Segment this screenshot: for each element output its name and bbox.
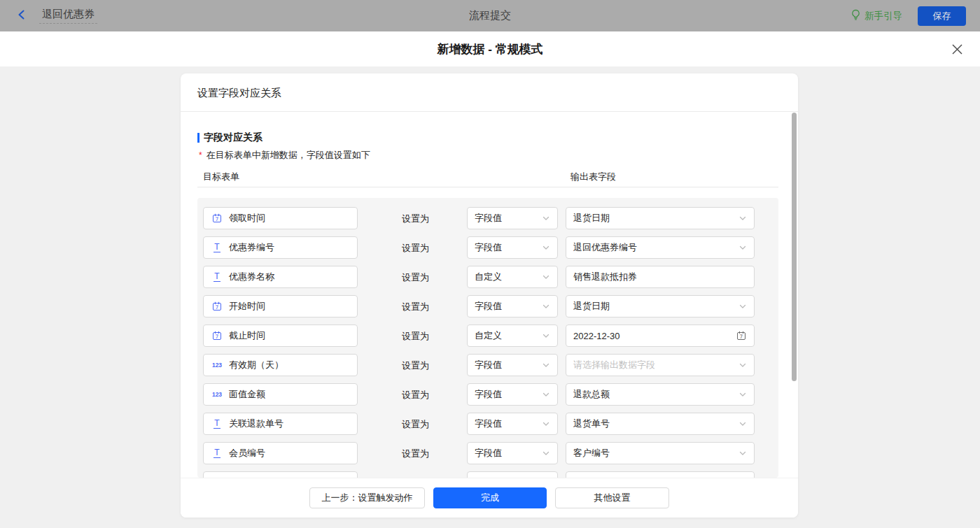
target-field-box: 123面值金额 (203, 383, 358, 406)
target-field-box: 7领取时间 (203, 207, 358, 229)
calendar-icon: 7 (211, 213, 223, 224)
value-type-select[interactable]: 自定义 (467, 266, 558, 288)
output-field-select[interactable]: 退回优惠券编号 (566, 236, 755, 259)
chevron-down-icon (738, 243, 747, 252)
chevron-down-icon (542, 390, 550, 399)
target-field-label: 截止时间 (229, 329, 265, 342)
chevron-down-icon (542, 449, 550, 457)
value-type-select[interactable]: 字段值 (467, 295, 558, 317)
chevron-down-icon (542, 273, 550, 281)
output-custom-input[interactable]: 销售退款抵扣券 (566, 266, 755, 288)
target-field-label: 面值金额 (229, 388, 265, 401)
value-type-value: 字段值 (475, 212, 542, 224)
text-icon: T (211, 273, 223, 282)
set-as-label: 设置为 (402, 330, 429, 343)
output-date-input[interactable]: 2022-12-307 (566, 324, 755, 347)
value-type-select[interactable] (467, 471, 558, 478)
value-type-select[interactable]: 自定义 (467, 324, 558, 347)
target-field-label: 会员编号 (229, 447, 265, 459)
topbar: 退回优惠券 流程提交 新手引导 保存 (0, 0, 980, 31)
beginner-guide-link[interactable]: 新手引导 (850, 9, 902, 22)
column-header-divider (197, 187, 778, 187)
chevron-down-icon (738, 361, 747, 369)
target-field-box: 7截止时间 (203, 324, 358, 347)
close-icon[interactable] (949, 41, 965, 57)
card-footer: 上一步：设置触发动作 完成 其他设置 (181, 478, 798, 518)
mapping-row (197, 471, 778, 478)
target-field-label: 关联退款单号 (229, 418, 284, 430)
output-field-select[interactable]: 退款总额 (566, 383, 755, 406)
calendar-icon: 7 (211, 301, 223, 312)
chevron-down-icon (738, 214, 747, 222)
scrollbar-thumb[interactable] (792, 113, 797, 381)
set-as-label: 设置为 (402, 418, 429, 431)
calendar-icon: 7 (211, 330, 223, 341)
target-field-box: 7开始时间 (203, 295, 358, 317)
svg-text:7: 7 (216, 216, 219, 222)
svg-text:7: 7 (216, 334, 219, 340)
chevron-down-icon (738, 420, 747, 428)
set-as-label: 设置为 (402, 242, 429, 255)
set-as-label: 设置为 (402, 301, 429, 313)
set-as-label: 设置为 (402, 389, 429, 401)
set-as-label: 设置为 (402, 213, 429, 225)
mapping-row: 7截止时间设置为自定义2022-12-307 (197, 324, 778, 347)
output-field-value: 退货日期 (573, 212, 738, 224)
set-as-label: 设置为 (402, 448, 429, 460)
mapping-row: T优惠券编号设置为字段值退回优惠券编号 (197, 236, 778, 259)
calendar-icon: 7 (736, 330, 747, 341)
chevron-down-icon (738, 302, 747, 311)
value-type-value: 字段值 (475, 300, 542, 313)
mapping-row: 7领取时间设置为字段值退货日期 (197, 207, 778, 229)
value-type-select[interactable]: 字段值 (467, 207, 558, 229)
value-type-value: 自定义 (475, 271, 542, 283)
text-icon: T (211, 243, 223, 252)
output-field-select[interactable]: 退货日期 (566, 207, 755, 229)
chevron-down-icon (738, 390, 747, 399)
other-settings-button[interactable]: 其他设置 (555, 487, 669, 508)
output-field-select[interactable]: 客户编号 (566, 442, 755, 464)
number-icon: 123 (211, 362, 223, 369)
value-type-select[interactable]: 字段值 (467, 236, 558, 259)
target-field-box: 123有效期（天） (203, 354, 358, 376)
mapping-row: 7开始时间设置为字段值退货日期 (197, 295, 778, 317)
text-icon: T (211, 420, 223, 429)
target-field-box: T优惠券编号 (203, 236, 358, 259)
mapping-rows-panel: 7领取时间设置为字段值退货日期T优惠券编号设置为字段值退回优惠券编号T优惠券名称… (197, 198, 778, 478)
output-field-select[interactable] (566, 471, 755, 478)
target-field-label: 领取时间 (229, 212, 265, 224)
output-field-select[interactable]: 退货日期 (566, 295, 755, 317)
chevron-down-icon (542, 331, 550, 340)
value-type-select[interactable]: 字段值 (467, 354, 558, 376)
output-field-value: 客户编号 (573, 447, 738, 459)
field-mapping-card: 设置字段对应关系 字段对应关系 *在目标表单中新增数据，字段值设置如下 目标表单… (181, 73, 798, 518)
card-header: 设置字段对应关系 (181, 73, 798, 112)
output-field-select[interactable]: 退货单号 (566, 413, 755, 435)
target-field-box: T优惠券名称 (203, 266, 358, 288)
section-accent-bar (197, 133, 200, 143)
output-field-value: 退款总额 (573, 388, 738, 401)
output-field-placeholder: 请选择输出数据字段 (573, 359, 738, 371)
mapping-note: *在目标表单中新增数据，字段值设置如下 (199, 149, 370, 162)
done-button[interactable]: 完成 (433, 487, 547, 508)
section-title: 字段对应关系 (197, 131, 262, 144)
required-asterisk: * (199, 150, 202, 160)
save-button[interactable]: 保存 (918, 6, 966, 26)
set-as-label: 设置为 (402, 359, 429, 372)
value-type-value: 自定义 (475, 329, 542, 342)
chevron-down-icon (542, 302, 550, 311)
target-field-label: 优惠券编号 (229, 241, 274, 254)
mapping-row: T优惠券名称设置为自定义销售退款抵扣券 (197, 266, 778, 288)
column-header-output-field: 输出表字段 (570, 171, 616, 183)
value-type-select[interactable]: 字段值 (467, 413, 558, 435)
target-field-label: 有效期（天） (229, 359, 284, 371)
output-field-select[interactable]: 请选择输出数据字段 (566, 354, 755, 376)
value-type-select[interactable]: 字段值 (467, 442, 558, 464)
prev-step-button[interactable]: 上一步：设置触发动作 (309, 487, 425, 508)
value-type-value: 字段值 (475, 388, 542, 401)
number-icon: 123 (211, 391, 223, 398)
value-type-select[interactable]: 字段值 (467, 383, 558, 406)
mapping-row: 123面值金额设置为字段值退款总额 (197, 383, 778, 406)
value-type-value: 字段值 (475, 447, 542, 459)
chevron-down-icon (542, 214, 550, 222)
